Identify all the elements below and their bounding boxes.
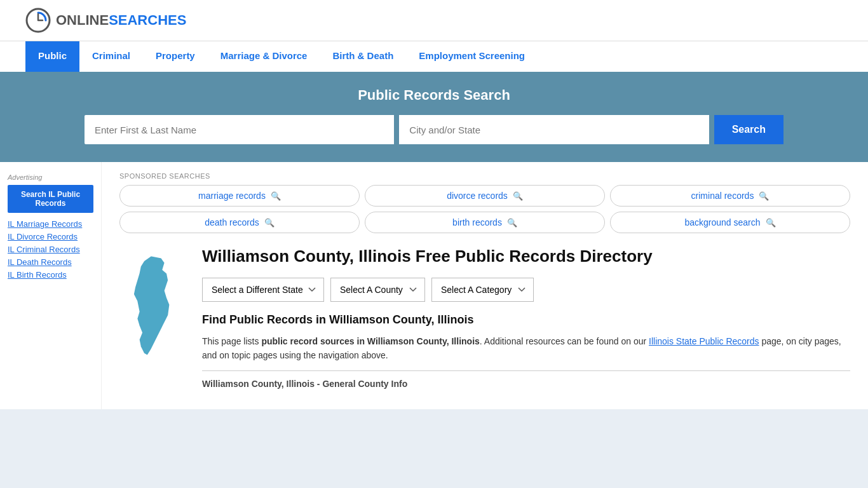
illinois-map [119,252,189,364]
search-icon-birth: 🔍 [507,218,517,227]
search-icon-criminal: 🔍 [759,191,769,201]
logo[interactable]: ONLINESEARCHES [25,8,186,33]
nav-item-birth-death[interactable]: Birth & Death [320,41,406,72]
sponsored-item-background[interactable]: background search 🔍 [610,212,850,233]
search-banner-title: Public Records Search [25,87,843,104]
name-input[interactable] [85,115,394,144]
sponsored-text-marriage: marriage records [198,191,266,201]
sponsored-text-criminal: criminal records [691,191,754,201]
logo-icon [25,8,51,33]
search-bar: Search [85,115,783,144]
search-banner: Public Records Search Search [0,72,868,162]
nav-item-criminal[interactable]: Criminal [79,41,143,72]
sponsored-item-divorce[interactable]: divorce records 🔍 [365,185,605,207]
advertising-label: Advertising [8,173,93,181]
search-button[interactable]: Search [714,115,783,144]
header: ONLINESEARCHES [0,0,868,41]
sponsored-text-divorce: divorce records [447,191,508,201]
sidebar-link-marriage[interactable]: IL Marriage Records [8,219,93,229]
county-section: Williamson County, Illinois Free Public … [119,246,850,389]
dropdown-row: Select a Different State Select A County… [202,278,850,302]
general-info-header: Williamson County, Illinois - General Co… [202,370,850,389]
sponsored-item-birth[interactable]: birth records 🔍 [365,212,605,233]
content-area: SPONSORED SEARCHES marriage records 🔍 di… [102,162,868,409]
sponsored-item-criminal[interactable]: criminal records 🔍 [610,185,850,207]
description-text: This page lists public record sources in… [202,334,850,363]
nav-item-marriage-divorce[interactable]: Marriage & Divorce [208,41,320,72]
search-icon-background: 🔍 [766,218,776,227]
logo-text: ONLINESEARCHES [56,12,186,29]
sidebar-link-divorce[interactable]: IL Divorce Records [8,232,93,241]
county-dropdown[interactable]: Select A County [330,278,425,302]
county-title-block: Williamson County, Illinois Free Public … [202,246,850,389]
category-dropdown[interactable]: Select A Category [431,278,534,302]
nav-item-property[interactable]: Property [143,41,208,72]
sidebar-link-birth[interactable]: IL Birth Records [8,270,93,280]
sponsored-text-background: background search [684,217,760,227]
sponsored-grid: marriage records 🔍 divorce records 🔍 cri… [119,185,850,233]
search-icon-divorce: 🔍 [513,191,523,201]
find-records-title: Find Public Records in Williamson County… [202,313,850,327]
main-nav: Public Criminal Property Marriage & Divo… [0,41,868,72]
sponsored-item-marriage[interactable]: marriage records 🔍 [119,185,360,207]
sponsored-text-birth: birth records [452,217,502,227]
location-input[interactable] [399,115,709,144]
search-icon-marriage: 🔍 [271,191,281,201]
nav-item-employment[interactable]: Employment Screening [406,41,538,72]
nav-item-public[interactable]: Public [25,41,79,72]
sponsored-text-death: death records [205,217,259,227]
sidebar-link-death[interactable]: IL Death Records [8,257,93,267]
sponsored-label: SPONSORED SEARCHES [119,172,850,180]
search-icon-death: 🔍 [264,218,275,227]
sidebar-promo-button[interactable]: Search IL Public Records [8,185,93,213]
sidebar: Advertising Search IL Public Records IL … [0,162,102,409]
state-dropdown[interactable]: Select a Different State [202,278,324,302]
main-wrapper: Advertising Search IL Public Records IL … [0,162,868,409]
page-title: Williamson County, Illinois Free Public … [202,246,850,268]
sidebar-link-criminal[interactable]: IL Criminal Records [8,245,93,254]
il-state-link[interactable]: Illinois State Public Records [649,336,759,346]
sponsored-item-death[interactable]: death records 🔍 [119,212,360,233]
